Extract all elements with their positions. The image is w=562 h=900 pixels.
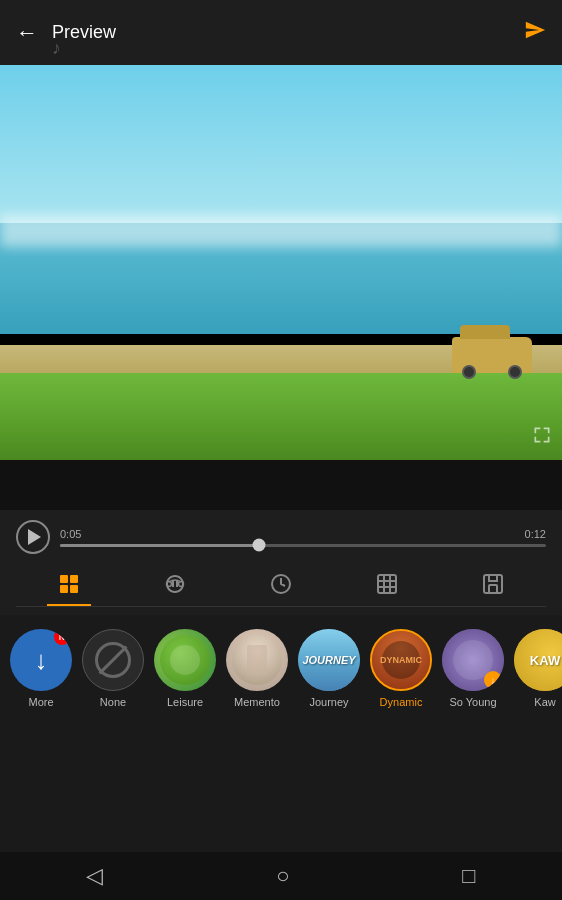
none-thumb [82,629,144,691]
timeline-progress [60,544,259,547]
controls-area: 0:05 0:12 [0,510,562,615]
time-labels: 0:05 0:12 [60,528,546,540]
header-title: Preview [52,22,524,43]
svg-rect-3 [70,585,78,593]
more-thumb: N ↓ [10,629,72,691]
header: ← Preview ♪ [0,0,562,65]
download-icon: ↓ [35,645,48,676]
filter-label-none: None [100,696,126,708]
time-current: 0:05 [60,528,81,540]
filter-item-soyoung[interactable]: ↓ So Young [442,629,504,708]
vehicle-wheel-right [508,365,522,379]
filter-label-dynamic: Dynamic [380,696,423,708]
nav-back-button[interactable]: ◁ [86,863,103,889]
journey-thumb: JOURNEY [298,629,360,691]
svg-rect-9 [489,585,497,593]
soyoung-thumb: ↓ [442,629,504,691]
back-button[interactable]: ← [16,20,38,46]
tab-templates[interactable] [47,568,91,600]
nav-home-button[interactable]: ○ [276,863,289,889]
filter-label-kaw: Kaw [534,696,555,708]
tabs-row [16,558,546,607]
expand-button[interactable] [532,425,552,450]
filter-label-more: More [28,696,53,708]
send-button[interactable] [524,19,546,47]
filter-item-leisure[interactable]: Leisure [154,629,216,708]
svg-rect-7 [378,575,396,593]
svg-rect-1 [70,575,78,583]
clouds [0,215,562,247]
filter-item-journey[interactable]: JOURNEY Journey [298,629,360,708]
filter-item-memento[interactable]: Memento [226,629,288,708]
music-note-icon: ♪ [52,38,61,59]
tab-sticker[interactable] [365,568,409,600]
svg-point-4 [167,582,172,587]
none-icon [95,642,131,678]
grass-strip [0,373,562,460]
svg-rect-2 [60,585,68,593]
dynamic-thumb: DYNAMIC [370,629,432,691]
vehicle-wheel-left [462,365,476,379]
time-row: 0:05 0:12 [16,520,546,554]
filter-item-none[interactable]: None [82,629,144,708]
tab-clock[interactable] [259,568,303,600]
vehicle [452,337,532,373]
more-badge: N [54,629,70,645]
black-bar [0,460,562,510]
soyoung-download-badge: ↓ [484,671,502,689]
svg-point-5 [179,582,184,587]
kaw-thumb: KAW [514,629,562,691]
memento-thumb [226,629,288,691]
nav-recents-button[interactable]: □ [462,863,475,889]
filter-label-memento: Memento [234,696,280,708]
filter-item-kaw[interactable]: KAW Kaw [514,629,562,708]
tab-music[interactable] [153,568,197,600]
timeline-track[interactable] [60,544,546,547]
filter-item-dynamic[interactable]: DYNAMIC Dynamic [370,629,432,708]
time-total: 0:12 [525,528,546,540]
filters-row: N ↓ More None Leisure Memento [0,615,562,716]
timeline-wrapper: 0:05 0:12 [60,528,546,547]
leisure-thumb [154,629,216,691]
timeline-thumb[interactable] [253,539,266,552]
filter-label-soyoung: So Young [449,696,496,708]
tab-save[interactable] [471,568,515,600]
play-icon [28,529,41,545]
play-button[interactable] [16,520,50,554]
nav-bar: ◁ ○ □ [0,852,562,900]
video-preview [0,65,562,460]
filter-label-leisure: Leisure [167,696,203,708]
svg-rect-0 [60,575,68,583]
filter-label-journey: Journey [309,696,348,708]
filter-item-more[interactable]: N ↓ More [10,629,72,708]
